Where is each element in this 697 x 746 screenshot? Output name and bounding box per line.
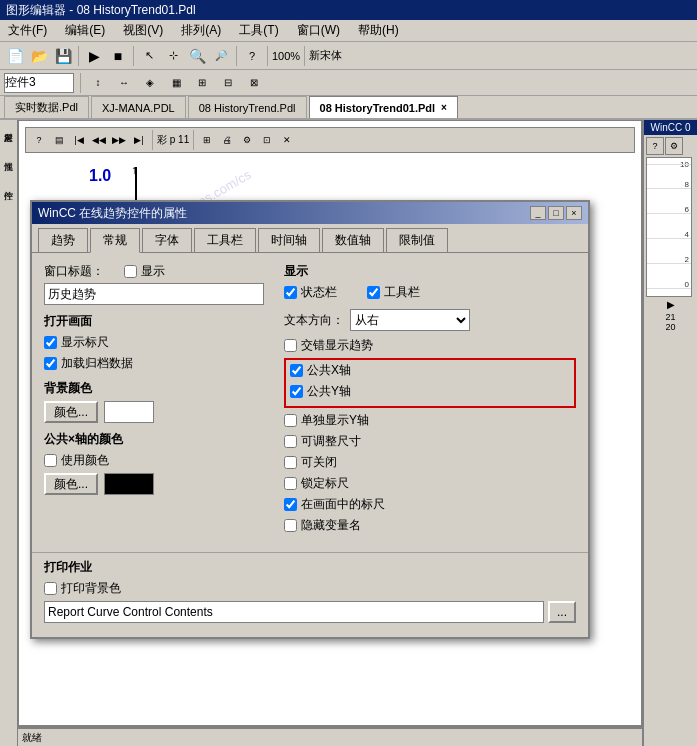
dialog-tab-general[interactable]: 常规 (90, 228, 140, 253)
tab-strip: 实时数据.Pdl XJ-MANA.PDL 08 HistoryTrend.Pdl… (0, 96, 697, 120)
resizable-row: 可调整尺寸 (284, 433, 576, 450)
tab-history[interactable]: 08 HistoryTrend.Pdl (188, 96, 307, 118)
stop-button[interactable]: ■ (107, 45, 129, 67)
window-title-show-checkbox[interactable] (124, 265, 137, 278)
dialog-overlay: WinCC 在线趋势控件的属性 _ □ × 趋势 常规 字体 工具栏 时间轴 数… (0, 120, 697, 746)
main-area: 对象层 属性 控件 ? ▤ |◀ ◀◀ ▶▶ ▶| 彩 p 11 ⊞ 🖨 ⚙ ⊡… (0, 120, 697, 746)
status-bar-checkbox[interactable] (284, 286, 297, 299)
load-archive-checkbox[interactable] (44, 357, 57, 370)
menu-file[interactable]: 文件(F) (4, 21, 51, 40)
sep-5 (304, 46, 305, 66)
menu-help[interactable]: 帮助(H) (354, 21, 403, 40)
shared-y-checkbox[interactable] (290, 385, 303, 398)
dialog-tab-limits[interactable]: 限制值 (386, 228, 448, 252)
tb2-btn4[interactable]: ▦ (165, 72, 187, 94)
select-button[interactable]: ⊹ (162, 45, 184, 67)
dialog-minimize-btn[interactable]: _ (530, 206, 546, 220)
menu-tools[interactable]: 工具(T) (235, 21, 282, 40)
show-ruler-canvas-label: 在画面中的标尺 (301, 496, 385, 513)
window-title-header: 窗口标题： 显示 (44, 263, 264, 280)
print-bg-label: 打印背景色 (61, 580, 121, 597)
print-browse-button[interactable]: ... (548, 601, 576, 623)
show-ruler-canvas-row: 在画面中的标尺 (284, 496, 576, 513)
display-section: 显示 状态栏 工具栏 (284, 263, 576, 534)
text-direction-select[interactable]: 从右 从左 从上 从下 (350, 309, 470, 331)
menu-edit[interactable]: 编辑(E) (61, 21, 109, 40)
zoom-out-button[interactable]: 🔎 (210, 45, 232, 67)
object-name-input[interactable] (4, 73, 74, 93)
bg-color-label: 背景颜色 (44, 380, 264, 397)
single-y-row: 单独显示Y轴 (284, 412, 576, 429)
x-axis-color-button[interactable]: 颜色... (44, 473, 98, 495)
cross-trend-checkbox[interactable] (284, 339, 297, 352)
hide-var-checkbox[interactable] (284, 519, 297, 532)
help-button[interactable]: ? (241, 45, 263, 67)
sep-6 (80, 73, 81, 93)
show-ruler-checkbox[interactable] (44, 336, 57, 349)
save-button[interactable]: 💾 (52, 45, 74, 67)
lock-ruler-checkbox[interactable] (284, 477, 297, 490)
play-button[interactable]: ▶ (83, 45, 105, 67)
tb2-btn3[interactable]: ◈ (139, 72, 161, 94)
closable-checkbox[interactable] (284, 456, 297, 469)
dialog-tab-strip: 趋势 常规 字体 工具栏 时间轴 数值轴 限制值 (32, 224, 588, 253)
print-content-input[interactable] (44, 601, 544, 623)
shared-x-checkbox[interactable] (290, 364, 303, 377)
dialog-close-btn[interactable]: × (566, 206, 582, 220)
hide-var-label: 隐藏变量名 (301, 517, 361, 534)
bg-color-group: 背景颜色 颜色... (44, 380, 264, 423)
text-direction-row: 文本方向： 从右 从左 从上 从下 (284, 309, 576, 331)
show-ruler-canvas-checkbox[interactable] (284, 498, 297, 511)
cursor-button[interactable]: ↖ (138, 45, 160, 67)
open-button[interactable]: 📂 (28, 45, 50, 67)
single-y-label: 单独显示Y轴 (301, 412, 369, 429)
tb2-btn2[interactable]: ↔ (113, 72, 135, 94)
new-button[interactable]: 📄 (4, 45, 26, 67)
print-section: 打印作业 打印背景色 ... (44, 559, 576, 623)
tb2-btn7[interactable]: ⊠ (243, 72, 265, 94)
dialog-right-col: 显示 状态栏 工具栏 (284, 263, 576, 542)
window-title-show-label: 显示 (141, 263, 165, 280)
tb2-btn6[interactable]: ⊟ (217, 72, 239, 94)
cross-trend-row: 交错显示趋势 (284, 337, 576, 354)
tab-xjmana[interactable]: XJ-MANA.PDL (91, 96, 186, 118)
shared-x-label: 公共X轴 (307, 362, 351, 379)
font-display: 新宋体 (309, 48, 342, 63)
dialog-tab-trend[interactable]: 趋势 (38, 228, 88, 252)
title-text: 图形编辑器 - 08 HistoryTrend01.Pdl (6, 2, 196, 19)
tab-realtime[interactable]: 实时数据.Pdl (4, 96, 89, 118)
menu-view[interactable]: 视图(V) (119, 21, 167, 40)
show-ruler-label: 显示标尺 (61, 334, 109, 351)
print-bg-checkbox[interactable] (44, 582, 57, 595)
cross-trend-label: 交错显示趋势 (301, 337, 373, 354)
tab-close-icon[interactable]: × (441, 102, 447, 113)
use-color-checkbox[interactable] (44, 454, 57, 467)
dialog-tab-toolbar[interactable]: 工具栏 (194, 228, 256, 252)
dialog-tab-value-axis[interactable]: 数值轴 (322, 228, 384, 252)
resizable-checkbox[interactable] (284, 435, 297, 448)
tab-history01[interactable]: 08 HistoryTrend01.Pdl × (309, 96, 458, 118)
menu-window[interactable]: 窗口(W) (293, 21, 344, 40)
open-screen-label: 打开画面 (44, 313, 264, 330)
properties-dialog: WinCC 在线趋势控件的属性 _ □ × 趋势 常规 字体 工具栏 时间轴 数… (30, 200, 590, 639)
bg-color-button[interactable]: 颜色... (44, 401, 98, 423)
dialog-title-bar: WinCC 在线趋势控件的属性 _ □ × (32, 202, 588, 224)
dialog-maximize-btn[interactable]: □ (548, 206, 564, 220)
show-ruler-row: 显示标尺 (44, 334, 264, 351)
status-bar-label: 状态栏 (301, 284, 337, 301)
window-title-group: 窗口标题： 显示 (44, 263, 264, 305)
x-axis-color-group: 公共×轴的颜色 使用颜色 颜色... (44, 431, 264, 495)
single-y-checkbox[interactable] (284, 414, 297, 427)
display-checkboxes-row: 状态栏 工具栏 (284, 284, 576, 305)
zoom-in-button[interactable]: 🔍 (186, 45, 208, 67)
dialog-tab-time-axis[interactable]: 时间轴 (258, 228, 320, 252)
dialog-tab-font[interactable]: 字体 (142, 228, 192, 252)
toolbar-checkbox[interactable] (367, 286, 380, 299)
window-title-input[interactable] (44, 283, 264, 305)
tb2-btn5[interactable]: ⊞ (191, 72, 213, 94)
tb2-btn1[interactable]: ↕ (87, 72, 109, 94)
window-title-show-row: 显示 (124, 263, 165, 280)
toolbar-1: 📄 📂 💾 ▶ ■ ↖ ⊹ 🔍 🔎 ? 100% 新宋体 (0, 42, 697, 70)
window-title-label: 窗口标题： (44, 263, 104, 280)
menu-arrange[interactable]: 排列(A) (177, 21, 225, 40)
